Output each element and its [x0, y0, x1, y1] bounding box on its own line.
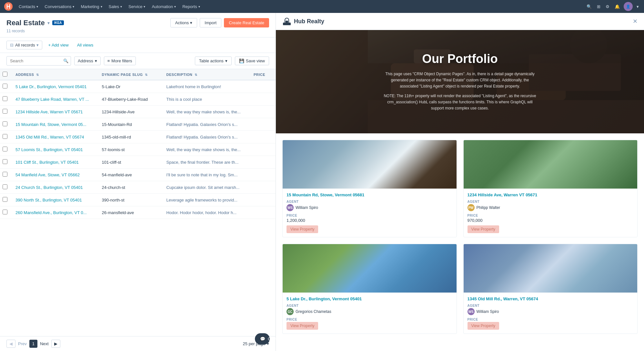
- price-column-header[interactable]: PRICE: [250, 69, 276, 80]
- address-link[interactable]: 1345 Old Mill Rd., Warren, VT 05674: [15, 135, 84, 139]
- address-cell: 47 Blueberry Lake Road, Warren, VT ...: [12, 93, 98, 106]
- more-filters-button[interactable]: ≡ More filters: [104, 57, 136, 65]
- row-checkbox[interactable]: [3, 147, 7, 151]
- view-property-button[interactable]: View Property: [287, 322, 318, 330]
- address-link[interactable]: 101 Cliff St., Burlington, VT 05401: [15, 160, 79, 165]
- row-checkbox[interactable]: [3, 197, 7, 202]
- sort-icon: ⇅: [195, 73, 197, 77]
- chevron-down-icon: ▾: [36, 43, 39, 47]
- all-views-button[interactable]: All views: [75, 41, 96, 49]
- chevron-down-icon: ▾: [73, 5, 74, 8]
- page-1-button[interactable]: 1: [29, 340, 37, 348]
- hero-description-2: NOTE: The 11th+ property will not render…: [383, 93, 538, 112]
- property-address-link[interactable]: 1345 Old Mill Rd., Warren, VT 05674: [468, 296, 634, 301]
- user-avatar[interactable]: 👤: [624, 2, 633, 11]
- address-link[interactable]: 57 Loomis St., Burlington, VT 05401: [15, 147, 83, 152]
- row-checkbox[interactable]: [3, 159, 7, 164]
- row-checkbox[interactable]: [3, 84, 7, 88]
- address-link[interactable]: 15 Mountain Rd, Stowe, Vermont 05...: [15, 122, 86, 127]
- description-column-header[interactable]: DESCRIPTION ⇅: [163, 69, 250, 80]
- chat-help-button[interactable]: 💬 Chat Help: [255, 333, 270, 345]
- description-cell: This is a cool place: [163, 93, 250, 106]
- all-records-view[interactable]: ⊟ All records ▾: [6, 41, 42, 49]
- sort-icon: ⇅: [145, 73, 148, 77]
- help-label: Help: [279, 336, 288, 341]
- prev-label: Prev: [18, 341, 27, 346]
- marketplace-icon-btn[interactable]: ⊞: [596, 3, 602, 10]
- search-input[interactable]: [6, 56, 71, 66]
- prev-page-button[interactable]: ◀: [6, 340, 15, 348]
- price-cell: [250, 206, 276, 219]
- price-cell: [250, 169, 276, 181]
- row-checkbox[interactable]: [3, 184, 7, 189]
- table-actions-button[interactable]: Table actions ▾: [195, 57, 232, 65]
- import-button[interactable]: Import: [200, 18, 221, 27]
- row-checkbox[interactable]: [3, 172, 7, 177]
- slug-column-header[interactable]: DYNAMIC PAGE SLUG ⇅: [98, 69, 163, 80]
- row-checkbox[interactable]: [3, 134, 7, 139]
- address-filter-button[interactable]: Address ▾: [74, 57, 101, 65]
- settings-icon-btn[interactable]: ⚙: [604, 3, 611, 10]
- hubspot-logo[interactable]: [4, 2, 13, 11]
- address-link[interactable]: 5 Lake Dr., Burlington, Vermont 05401: [15, 84, 86, 89]
- description-cell: Hodor. Hodor hodor, hodor. Hodor h...: [163, 206, 250, 219]
- nav-conversations[interactable]: Conversations ▾: [41, 0, 77, 13]
- save-view-button[interactable]: 💾 Save view: [235, 57, 269, 65]
- nav-marketing[interactable]: Marketing ▾: [77, 0, 105, 13]
- slug-cell: 1345-old-mill-rd: [98, 131, 163, 143]
- property-address-link[interactable]: 1234 Hillside Ave, Warren VT 05671: [468, 192, 634, 197]
- address-link[interactable]: 390 North St., Burlington, VT 05401: [15, 198, 82, 202]
- svg-rect-1: [283, 23, 291, 25]
- account-dropdown-icon[interactable]: ▾: [635, 3, 640, 10]
- view-property-button[interactable]: View Property: [468, 322, 499, 330]
- agent-name: Gregorios Chametas: [296, 309, 331, 314]
- slug-cell: 54-manfield-ave: [98, 169, 163, 181]
- view-property-button[interactable]: View Property: [468, 225, 499, 233]
- hero-description-1: This page uses "CRM Object Dynamic Pages…: [383, 71, 538, 90]
- row-checkbox[interactable]: [3, 210, 7, 214]
- address-link[interactable]: 54 Manfield Ave, Stowe, VT 05662: [15, 172, 80, 177]
- table-row: 57 Loomis St., Burlington, VT 05401 57-l…: [0, 143, 276, 156]
- site-header-inner: Hub Realty: [282, 17, 633, 26]
- table-row: 1234 Hillside Ave, Warren VT 05671 1234-…: [0, 106, 276, 118]
- property-address-link[interactable]: 15 Mountain Rd, Stowe, Vermont 05681: [287, 192, 453, 197]
- crm-filters: 🔍 Address ▾ ≡ More filters Table actions…: [0, 53, 276, 69]
- address-link[interactable]: 1234 Hillside Ave, Warren VT 05671: [15, 109, 83, 114]
- address-column-header[interactable]: ADDRESS ⇅: [12, 69, 98, 80]
- search-icon[interactable]: 🔍: [63, 58, 68, 63]
- price-cell: [250, 181, 276, 194]
- search-icon-btn[interactable]: 🔍: [585, 3, 593, 10]
- property-address-link[interactable]: 5 Lake Dr., Burlington, Vermont 05401: [287, 296, 453, 301]
- view-property-button[interactable]: View Property: [287, 225, 318, 233]
- row-checkbox[interactable]: [3, 109, 7, 114]
- add-view-button[interactable]: + Add view: [45, 41, 71, 49]
- agent-name: William Spiro: [296, 205, 318, 210]
- nav-service[interactable]: Service ▾: [125, 0, 148, 13]
- slug-cell: 101-cliff-st: [98, 156, 163, 169]
- crm-panel: Real Estate ▾ IKEA Actions ▾ Import Crea…: [0, 13, 276, 351]
- description-cell: Well, the way they make shows is, the...: [163, 143, 250, 156]
- row-checkbox[interactable]: [3, 121, 7, 126]
- close-panel-button[interactable]: ✕: [633, 18, 638, 25]
- next-page-button[interactable]: ▶: [51, 340, 60, 348]
- slug-cell: 1234-Hillside-Ave: [98, 106, 163, 118]
- site-header: Hub Realty ✕: [276, 13, 644, 30]
- nav-contacts[interactable]: Contacts ▾: [15, 0, 41, 13]
- filter-lines-icon: ≡: [107, 58, 110, 63]
- create-button[interactable]: Create Real Estate: [224, 18, 269, 27]
- address-link[interactable]: 260 Mansfield Ave., Burlington, VT 0...: [15, 210, 87, 215]
- address-link[interactable]: 24 Church St., Burlington, VT 05401: [15, 185, 83, 190]
- crm-actions: Actions ▾ Import Create Real Estate: [170, 18, 269, 27]
- address-link[interactable]: 47 Blueberry Lake Road, Warren, VT ...: [15, 97, 89, 102]
- actions-button[interactable]: Actions ▾: [170, 18, 197, 27]
- nav-sales[interactable]: Sales ▾: [106, 0, 126, 13]
- notifications-icon-btn[interactable]: 🔔: [613, 3, 621, 10]
- price-label: PRICE: [287, 318, 453, 321]
- select-all-checkbox[interactable]: [3, 72, 7, 77]
- price-cell: [250, 194, 276, 206]
- chat-icon: 💬: [260, 336, 265, 341]
- row-checkbox[interactable]: [3, 96, 7, 101]
- title-dropdown-icon[interactable]: ▾: [47, 20, 50, 26]
- nav-automation[interactable]: Automation ▾: [148, 0, 179, 13]
- nav-reports[interactable]: Reports ▾: [179, 0, 203, 13]
